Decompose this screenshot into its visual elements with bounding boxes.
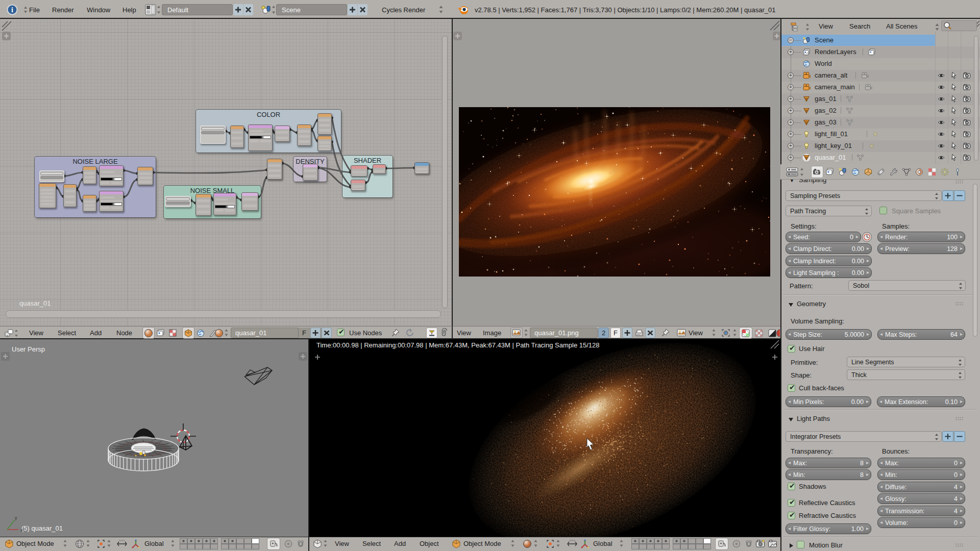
svg-text:y: y <box>15 515 17 520</box>
svg-text:x: x <box>20 528 23 533</box>
